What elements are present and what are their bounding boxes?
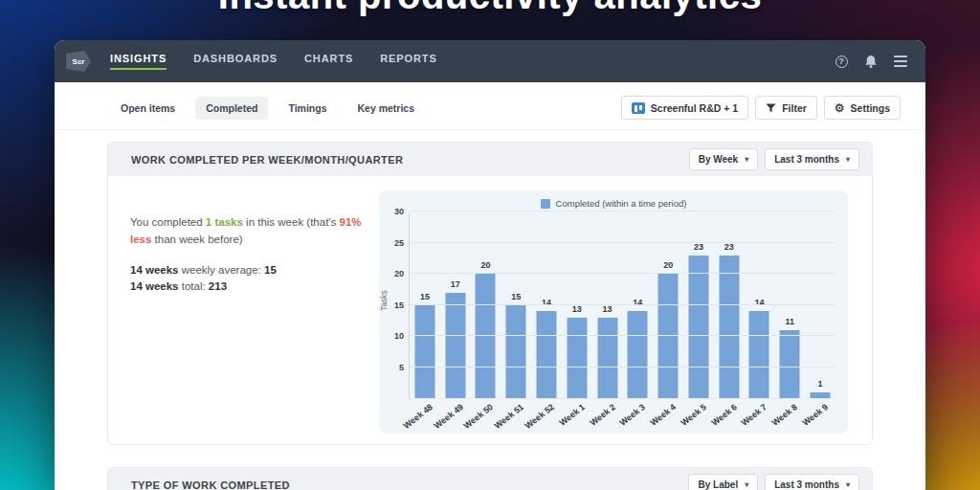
x-tick-label: Week 5	[679, 402, 707, 428]
legend-swatch	[541, 199, 550, 209]
x-tick-label: Week 8	[770, 402, 799, 428]
group-by-label-dropdown[interactable]: By Label ▾	[688, 474, 758, 490]
x-tick-label: Week 6	[709, 402, 738, 428]
view-tabs: Open items Completed Timings Key metrics	[110, 97, 425, 120]
gridline	[410, 242, 835, 243]
gridline	[410, 211, 835, 212]
bar-slot: 23Week 5	[683, 212, 714, 398]
x-tick-label: Week 9	[801, 402, 830, 428]
tab-open-items[interactable]: Open items	[110, 97, 186, 120]
time-range-dropdown[interactable]: Last 3 months ▾	[765, 148, 859, 170]
y-tick-label: 10	[386, 331, 404, 341]
y-tick-label: 25	[386, 238, 404, 248]
x-tick-label: Week 52	[523, 402, 556, 431]
tab-key-metrics[interactable]: Key metrics	[347, 97, 426, 120]
bar-week-52[interactable]	[537, 311, 557, 398]
bar-slot: 20Week 4	[653, 212, 683, 398]
card-work-completed-header: WORK COMPLETED PER WEEK/MONTH/QUARTER By…	[108, 143, 872, 176]
bar-slot: 14Week 3	[622, 212, 653, 398]
screenful-logo[interactable]: Scr	[66, 51, 91, 72]
bar-week-7[interactable]	[749, 311, 769, 398]
bar-week-48[interactable]	[414, 305, 434, 399]
x-tick-label: Week 4	[649, 402, 678, 428]
nav-item-dashboards[interactable]: DASHBOARDS	[193, 53, 278, 70]
x-tick-label: Week 2	[588, 402, 616, 428]
bar-week-4[interactable]	[658, 274, 679, 398]
bar-value-label: 1	[799, 379, 841, 389]
y-tick-label: 5	[386, 363, 404, 372]
x-tick-label: Week 1	[557, 402, 586, 428]
tab-timings[interactable]: Timings	[278, 97, 337, 120]
toolbar-buttons: Screenful R&D + 1 Filter ⚙ Settings	[621, 96, 901, 120]
gridline	[410, 367, 835, 368]
time-range-dropdown[interactable]: Last 3 months ▾	[765, 474, 859, 490]
bar-slot: 20Week 50	[471, 212, 501, 398]
bell-icon[interactable]	[863, 54, 879, 69]
nav-item-insights[interactable]: INSIGHTS	[110, 53, 167, 70]
toolbar: Open items Completed Timings Key metrics…	[55, 82, 925, 130]
chevron-down-icon: ▾	[846, 155, 850, 164]
group-by-dropdown[interactable]: By Week ▾	[689, 148, 759, 170]
weekly-average-stat: 14 weeks weekly average: 15	[130, 262, 377, 279]
bar-week-51[interactable]	[506, 305, 526, 399]
bar-week-2[interactable]	[597, 318, 617, 399]
app-window: Scr INSIGHTS DASHBOARDS CHARTS REPORTS ?…	[55, 40, 925, 490]
bar-week-49[interactable]	[445, 293, 465, 399]
card-title: TYPE OF WORK COMPLETED	[131, 479, 290, 490]
tab-completed[interactable]: Completed	[195, 97, 268, 120]
card-work-completed-body: You completed 1 tasks in this week (that…	[108, 176, 872, 444]
x-tick-label: Week 49	[432, 402, 464, 431]
filter-button[interactable]: Filter	[755, 96, 817, 120]
tasks-count-highlight: 1 tasks	[206, 216, 243, 228]
gear-icon: ⚙	[835, 102, 845, 114]
gridline	[410, 273, 835, 274]
bar-week-8[interactable]	[780, 330, 800, 399]
bar-week-3[interactable]	[628, 311, 648, 398]
chevron-down-icon: ▾	[745, 480, 748, 489]
bar-chart: Completed (within a time period) Tasks 1…	[379, 190, 848, 434]
y-tick-label: 30	[386, 207, 404, 216]
nav-item-charts[interactable]: CHARTS	[304, 53, 353, 70]
bar-slot: 11Week 8	[774, 212, 805, 398]
bar-slot: 1Week 9	[805, 212, 835, 398]
bar-week-9[interactable]	[811, 392, 831, 399]
navbar: Scr INSIGHTS DASHBOARDS CHARTS REPORTS ?	[55, 40, 925, 82]
y-tick-label: 20	[386, 269, 404, 278]
card-work-completed: WORK COMPLETED PER WEEK/MONTH/QUARTER By…	[107, 142, 873, 445]
bar-slot: 15Week 48	[410, 212, 440, 398]
nav-item-reports[interactable]: REPORTS	[380, 53, 436, 70]
bar-week-6[interactable]	[719, 256, 739, 399]
x-tick-label: Week 3	[618, 402, 647, 428]
y-tick-label: 15	[386, 301, 404, 310]
x-tick-label: Week 48	[401, 402, 434, 431]
bar-slot: 14Week 7	[745, 212, 775, 398]
bar-slots: 15Week 4817Week 4920Week 5015Week 5114We…	[410, 212, 835, 398]
card-title: WORK COMPLETED PER WEEK/MONTH/QUARTER	[131, 154, 403, 166]
help-icon[interactable]: ?	[834, 54, 849, 69]
summary-sentence: You completed 1 tasks in this week (that…	[130, 214, 377, 249]
page-title: Instant productivity analytics	[0, 0, 980, 17]
legend-label: Completed (within a time period)	[556, 198, 687, 209]
board-icon	[632, 102, 645, 114]
nav-links: INSIGHTS DASHBOARDS CHARTS REPORTS	[110, 53, 437, 70]
bar-week-5[interactable]	[688, 256, 708, 399]
gridline	[410, 335, 835, 336]
menu-icon[interactable]	[893, 54, 908, 69]
gridline	[410, 304, 835, 305]
settings-button[interactable]: ⚙ Settings	[824, 96, 901, 120]
bar-week-50[interactable]	[476, 274, 496, 398]
project-selector-button[interactable]: Screenful R&D + 1	[621, 96, 748, 120]
chevron-down-icon: ▾	[745, 155, 748, 164]
nav-icons: ?	[834, 54, 908, 69]
card-type-of-work-header: TYPE OF WORK COMPLETED By Label ▾ Last 3…	[108, 468, 872, 490]
x-tick-label: Week 7	[740, 402, 768, 428]
filter-icon	[766, 103, 776, 113]
bar-slot: 17Week 49	[440, 212, 471, 398]
x-tick-label: Week 50	[462, 402, 495, 431]
plot-area: 15Week 4817Week 4920Week 5015Week 5114We…	[409, 212, 835, 399]
chevron-down-icon: ▾	[846, 480, 850, 489]
total-stat: 14 weeks total: 213	[130, 278, 377, 296]
bar-week-1[interactable]	[567, 318, 587, 399]
completion-summary: You completed 1 tasks in this week (that…	[130, 214, 377, 296]
card-type-of-work: TYPE OF WORK COMPLETED By Label ▾ Last 3…	[107, 467, 873, 490]
